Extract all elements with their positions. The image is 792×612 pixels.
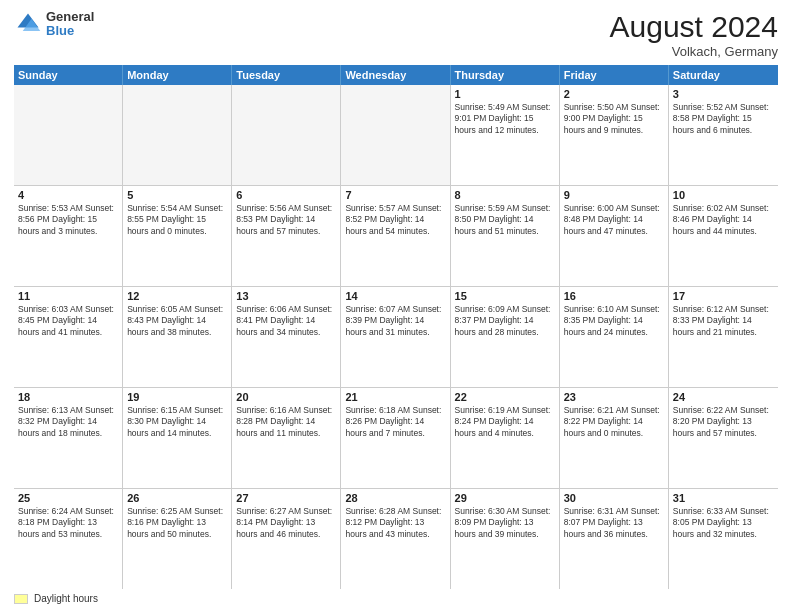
day-number: 15 bbox=[455, 290, 555, 302]
day-info: Sunrise: 5:54 AM Sunset: 8:55 PM Dayligh… bbox=[127, 203, 227, 237]
calendar-cell: 13Sunrise: 6:06 AM Sunset: 8:41 PM Dayli… bbox=[232, 287, 341, 387]
day-number: 11 bbox=[18, 290, 118, 302]
day-info: Sunrise: 6:30 AM Sunset: 8:09 PM Dayligh… bbox=[455, 506, 555, 540]
day-number: 3 bbox=[673, 88, 774, 100]
day-info: Sunrise: 5:57 AM Sunset: 8:52 PM Dayligh… bbox=[345, 203, 445, 237]
day-number: 10 bbox=[673, 189, 774, 201]
logo-general: General bbox=[46, 10, 94, 24]
calendar-cell bbox=[341, 85, 450, 185]
day-number: 17 bbox=[673, 290, 774, 302]
day-number: 29 bbox=[455, 492, 555, 504]
legend-label: Daylight hours bbox=[34, 593, 98, 604]
day-number: 6 bbox=[236, 189, 336, 201]
logo-text: General Blue bbox=[46, 10, 94, 39]
day-number: 26 bbox=[127, 492, 227, 504]
day-info: Sunrise: 5:52 AM Sunset: 8:58 PM Dayligh… bbox=[673, 102, 774, 136]
day-info: Sunrise: 6:16 AM Sunset: 8:28 PM Dayligh… bbox=[236, 405, 336, 439]
calendar-cell bbox=[14, 85, 123, 185]
day-number: 25 bbox=[18, 492, 118, 504]
day-info: Sunrise: 5:49 AM Sunset: 9:01 PM Dayligh… bbox=[455, 102, 555, 136]
weekday-header: Tuesday bbox=[232, 65, 341, 85]
calendar-cell: 3Sunrise: 5:52 AM Sunset: 8:58 PM Daylig… bbox=[669, 85, 778, 185]
calendar-cell: 2Sunrise: 5:50 AM Sunset: 9:00 PM Daylig… bbox=[560, 85, 669, 185]
calendar-cell: 18Sunrise: 6:13 AM Sunset: 8:32 PM Dayli… bbox=[14, 388, 123, 488]
day-number: 23 bbox=[564, 391, 664, 403]
month-title: August 2024 bbox=[610, 10, 778, 44]
day-number: 4 bbox=[18, 189, 118, 201]
day-info: Sunrise: 5:53 AM Sunset: 8:56 PM Dayligh… bbox=[18, 203, 118, 237]
weekday-header: Sunday bbox=[14, 65, 123, 85]
page: General Blue August 2024 Volkach, German… bbox=[0, 0, 792, 612]
day-info: Sunrise: 6:06 AM Sunset: 8:41 PM Dayligh… bbox=[236, 304, 336, 338]
calendar-cell: 30Sunrise: 6:31 AM Sunset: 8:07 PM Dayli… bbox=[560, 489, 669, 589]
day-info: Sunrise: 6:22 AM Sunset: 8:20 PM Dayligh… bbox=[673, 405, 774, 439]
day-number: 9 bbox=[564, 189, 664, 201]
day-number: 5 bbox=[127, 189, 227, 201]
calendar-cell: 27Sunrise: 6:27 AM Sunset: 8:14 PM Dayli… bbox=[232, 489, 341, 589]
calendar-cell: 23Sunrise: 6:21 AM Sunset: 8:22 PM Dayli… bbox=[560, 388, 669, 488]
calendar-cell: 8Sunrise: 5:59 AM Sunset: 8:50 PM Daylig… bbox=[451, 186, 560, 286]
calendar-cell: 22Sunrise: 6:19 AM Sunset: 8:24 PM Dayli… bbox=[451, 388, 560, 488]
day-number: 18 bbox=[18, 391, 118, 403]
day-number: 24 bbox=[673, 391, 774, 403]
calendar-header: SundayMondayTuesdayWednesdayThursdayFrid… bbox=[14, 65, 778, 85]
calendar-cell: 14Sunrise: 6:07 AM Sunset: 8:39 PM Dayli… bbox=[341, 287, 450, 387]
weekday-header: Thursday bbox=[451, 65, 560, 85]
day-info: Sunrise: 6:33 AM Sunset: 8:05 PM Dayligh… bbox=[673, 506, 774, 540]
day-info: Sunrise: 6:13 AM Sunset: 8:32 PM Dayligh… bbox=[18, 405, 118, 439]
location: Volkach, Germany bbox=[610, 44, 778, 59]
calendar-cell: 15Sunrise: 6:09 AM Sunset: 8:37 PM Dayli… bbox=[451, 287, 560, 387]
day-info: Sunrise: 6:12 AM Sunset: 8:33 PM Dayligh… bbox=[673, 304, 774, 338]
calendar-cell: 28Sunrise: 6:28 AM Sunset: 8:12 PM Dayli… bbox=[341, 489, 450, 589]
legend-box bbox=[14, 594, 28, 604]
day-info: Sunrise: 6:09 AM Sunset: 8:37 PM Dayligh… bbox=[455, 304, 555, 338]
day-number: 12 bbox=[127, 290, 227, 302]
day-number: 2 bbox=[564, 88, 664, 100]
weekday-header: Friday bbox=[560, 65, 669, 85]
day-info: Sunrise: 6:07 AM Sunset: 8:39 PM Dayligh… bbox=[345, 304, 445, 338]
day-number: 8 bbox=[455, 189, 555, 201]
day-info: Sunrise: 6:03 AM Sunset: 8:45 PM Dayligh… bbox=[18, 304, 118, 338]
day-number: 31 bbox=[673, 492, 774, 504]
calendar-cell: 29Sunrise: 6:30 AM Sunset: 8:09 PM Dayli… bbox=[451, 489, 560, 589]
calendar-cell: 24Sunrise: 6:22 AM Sunset: 8:20 PM Dayli… bbox=[669, 388, 778, 488]
day-info: Sunrise: 6:02 AM Sunset: 8:46 PM Dayligh… bbox=[673, 203, 774, 237]
calendar-cell: 4Sunrise: 5:53 AM Sunset: 8:56 PM Daylig… bbox=[14, 186, 123, 286]
calendar-cell: 6Sunrise: 5:56 AM Sunset: 8:53 PM Daylig… bbox=[232, 186, 341, 286]
day-number: 19 bbox=[127, 391, 227, 403]
day-info: Sunrise: 6:28 AM Sunset: 8:12 PM Dayligh… bbox=[345, 506, 445, 540]
calendar-cell: 7Sunrise: 5:57 AM Sunset: 8:52 PM Daylig… bbox=[341, 186, 450, 286]
day-number: 28 bbox=[345, 492, 445, 504]
calendar: SundayMondayTuesdayWednesdayThursdayFrid… bbox=[14, 65, 778, 589]
footer: Daylight hours bbox=[14, 593, 778, 604]
day-info: Sunrise: 6:21 AM Sunset: 8:22 PM Dayligh… bbox=[564, 405, 664, 439]
calendar-cell: 5Sunrise: 5:54 AM Sunset: 8:55 PM Daylig… bbox=[123, 186, 232, 286]
calendar-cell: 1Sunrise: 5:49 AM Sunset: 9:01 PM Daylig… bbox=[451, 85, 560, 185]
calendar-cell: 12Sunrise: 6:05 AM Sunset: 8:43 PM Dayli… bbox=[123, 287, 232, 387]
day-info: Sunrise: 6:25 AM Sunset: 8:16 PM Dayligh… bbox=[127, 506, 227, 540]
calendar-cell: 20Sunrise: 6:16 AM Sunset: 8:28 PM Dayli… bbox=[232, 388, 341, 488]
logo: General Blue bbox=[14, 10, 94, 39]
day-number: 14 bbox=[345, 290, 445, 302]
calendar-cell: 25Sunrise: 6:24 AM Sunset: 8:18 PM Dayli… bbox=[14, 489, 123, 589]
day-number: 22 bbox=[455, 391, 555, 403]
weekday-header: Monday bbox=[123, 65, 232, 85]
calendar-cell: 31Sunrise: 6:33 AM Sunset: 8:05 PM Dayli… bbox=[669, 489, 778, 589]
calendar-row: 25Sunrise: 6:24 AM Sunset: 8:18 PM Dayli… bbox=[14, 489, 778, 589]
calendar-row: 11Sunrise: 6:03 AM Sunset: 8:45 PM Dayli… bbox=[14, 287, 778, 388]
day-info: Sunrise: 6:18 AM Sunset: 8:26 PM Dayligh… bbox=[345, 405, 445, 439]
logo-icon bbox=[14, 10, 42, 38]
calendar-row: 18Sunrise: 6:13 AM Sunset: 8:32 PM Dayli… bbox=[14, 388, 778, 489]
day-info: Sunrise: 5:59 AM Sunset: 8:50 PM Dayligh… bbox=[455, 203, 555, 237]
calendar-cell bbox=[123, 85, 232, 185]
day-number: 27 bbox=[236, 492, 336, 504]
day-info: Sunrise: 5:56 AM Sunset: 8:53 PM Dayligh… bbox=[236, 203, 336, 237]
day-number: 20 bbox=[236, 391, 336, 403]
day-number: 1 bbox=[455, 88, 555, 100]
calendar-row: 1Sunrise: 5:49 AM Sunset: 9:01 PM Daylig… bbox=[14, 85, 778, 186]
weekday-header: Wednesday bbox=[341, 65, 450, 85]
calendar-cell bbox=[232, 85, 341, 185]
day-info: Sunrise: 6:24 AM Sunset: 8:18 PM Dayligh… bbox=[18, 506, 118, 540]
calendar-cell: 16Sunrise: 6:10 AM Sunset: 8:35 PM Dayli… bbox=[560, 287, 669, 387]
weekday-header: Saturday bbox=[669, 65, 778, 85]
